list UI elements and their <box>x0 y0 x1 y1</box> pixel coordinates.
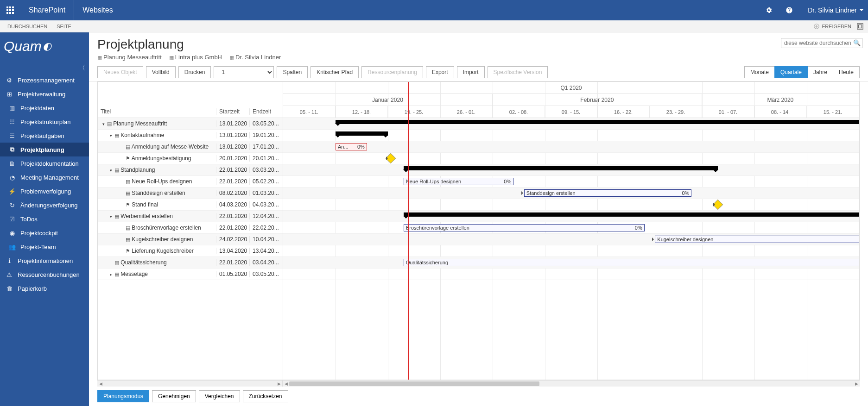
app-launcher-icon[interactable] <box>0 0 20 20</box>
share-button[interactable]: FREIGEBEN <box>810 23 855 30</box>
print-button[interactable]: Drucken <box>178 66 211 78</box>
user-menu[interactable]: Dr. Silvia Lindner <box>799 0 868 20</box>
task-title: Anmeldungsbestätigung <box>132 155 191 162</box>
dependency-arrow-icon <box>386 156 390 160</box>
scroll-right-icon[interactable]: ▶ <box>276 381 282 387</box>
table-row[interactable]: ▾▤ Werbemittel erstellen22.01.202012.04.… <box>98 211 283 222</box>
sidebar-collapse-icon[interactable]: 〈 <box>79 64 85 72</box>
gear-icon[interactable] <box>759 0 779 20</box>
crumb-project[interactable]: Planung Messeauftritt <box>97 54 162 61</box>
gantt-task-bar[interactable]: Qualitätssicherung <box>404 259 859 266</box>
table-row[interactable]: ▤ Broschürenvorlage erstellen22.01.20202… <box>98 222 283 234</box>
sidebar-item-prozessmanagement[interactable]: ⚙Prozessmanagement <box>0 73 89 87</box>
table-row[interactable]: ▤ Standdesign erstellen08.02.202001.03.2… <box>98 187 283 199</box>
scroll-right-icon[interactable]: ▶ <box>853 381 860 387</box>
compare-button[interactable]: Vergleichen <box>199 390 240 402</box>
resource-planning-button[interactable]: Ressourcenplanung <box>361 66 423 78</box>
gantt-summary-bar[interactable] <box>336 131 388 136</box>
table-row[interactable]: ▤ Kugelschreiber designen24.02.202010.04… <box>98 234 283 245</box>
chevron-down-icon[interactable]: ▾ <box>102 122 107 126</box>
zoom-select[interactable]: 1 <box>214 66 274 78</box>
export-button[interactable]: Export <box>426 66 454 78</box>
search-input[interactable] <box>781 38 862 48</box>
sidebar-item-projekt-team[interactable]: 👥Projekt-Team <box>0 240 89 254</box>
sidebar-item-projektinformationen[interactable]: ℹProjektinformationen <box>0 254 89 268</box>
task-title: Kontaktaufnahme <box>120 132 164 138</box>
gantt-task-bar[interactable]: Broschürenvorlage erstellen0% <box>404 224 645 231</box>
quarters-button[interactable]: Quartale <box>774 66 808 78</box>
chevron-right-icon[interactable]: ▸ <box>110 272 114 277</box>
gantt-task-bar[interactable]: An...0% <box>336 143 367 150</box>
dependency-arrow-icon <box>521 191 525 195</box>
nav-websites[interactable]: Websites <box>74 6 121 14</box>
focus-mode-icon[interactable] <box>855 23 865 30</box>
reset-button[interactable]: Zurücksetzen <box>243 390 288 402</box>
gantt-task-bar[interactable]: Neue Roll-Ups designen0% <box>404 178 513 185</box>
approve-button[interactable]: Genehmigen <box>152 390 196 402</box>
columns-button[interactable]: Spalten <box>277 66 308 78</box>
scroll-thumb[interactable] <box>289 381 539 386</box>
ribbon-tab-seite[interactable]: SEITE <box>52 24 76 29</box>
task-start: 13.04.2020 <box>216 248 249 254</box>
bar-label: Broschürenvorlage erstellen <box>406 225 469 231</box>
sidebar-item-projektstrukturplan[interactable]: ☷Projektstrukturplan <box>0 115 89 129</box>
search-icon[interactable]: 🔍 <box>853 39 861 46</box>
years-button[interactable]: Jahre <box>808 66 833 78</box>
col-title[interactable]: Titel <box>98 108 216 115</box>
chevron-down-icon[interactable]: ▾ <box>110 168 114 173</box>
scroll-left-icon[interactable]: ◀ <box>283 381 289 387</box>
specific-version-button[interactable]: Spezifische Version <box>488 66 548 78</box>
sidebar-item-problemverfolgung[interactable]: ⚡Problemverfolgung <box>0 184 89 198</box>
table-row[interactable]: ▸▤ Messetage01.05.202003.05.20... <box>98 269 283 280</box>
sidebar-item-meeting-management[interactable]: ◔Meeting Management <box>0 170 89 184</box>
ribbon-tab-durchsuchen[interactable]: DURCHSUCHEN <box>3 24 52 29</box>
sidebar-item-label: Projektdaten <box>20 105 54 112</box>
site-search: 🔍 <box>781 38 862 48</box>
table-row[interactable]: ▤ Anmeldung auf Messe-Website13.01.20201… <box>98 141 283 153</box>
sidebar-item-projektverwaltung[interactable]: ⊞Projektverwaltung <box>0 87 89 101</box>
chevron-down-icon[interactable]: ▾ <box>110 214 114 219</box>
sidebar-item--nderungsverfolgung[interactable]: ↻Änderungsverfolgung <box>0 198 89 212</box>
sidebar-item-projektaufgaben[interactable]: ☰Projektaufgaben <box>0 129 89 143</box>
today-button[interactable]: Heute <box>833 66 860 78</box>
help-icon[interactable] <box>779 0 799 20</box>
scroll-left-icon[interactable]: ◀ <box>97 381 104 387</box>
sidebar-item-projektcockpit[interactable]: ◉Projektcockpit <box>0 226 89 240</box>
gantt-summary-bar[interactable] <box>404 212 859 217</box>
timeline-week: 01. - 07. <box>702 106 754 118</box>
col-start[interactable]: Startzeit <box>216 108 249 115</box>
table-row[interactable]: ▾▤ Standplanung22.01.202003.03.20... <box>98 164 283 176</box>
gantt-summary-bar[interactable] <box>404 166 718 170</box>
sidebar-item-todos[interactable]: ☑ToDos <box>0 212 89 226</box>
sidebar-item-ressourcenbuchungen[interactable]: ⚠Ressourcenbuchungen <box>0 268 89 281</box>
sidebar-item-projektdokumentation[interactable]: 🗎Projektdokumentation <box>0 156 89 170</box>
table-row[interactable]: ⚑ Anmeldungsbestätigung20.01.202020.01.2… <box>98 153 283 164</box>
gantt-task-bar[interactable]: Standdesign erstellen0% <box>524 189 692 197</box>
table-row[interactable]: ⚑ Stand final04.03.202004.03.20... <box>98 199 283 211</box>
crumb-user[interactable]: Dr. Silvia Lindner <box>229 54 281 61</box>
bar-label: Neue Roll-Ups designen <box>406 179 461 184</box>
new-object-button[interactable]: Neues Objekt <box>97 66 143 78</box>
table-row[interactable]: ▾▤ Planung Messeauftritt13.01.202003.05.… <box>98 118 283 130</box>
table-row[interactable]: ▤ Qualitätssicherung22.01.202003.04.20..… <box>98 257 283 269</box>
months-button[interactable]: Monate <box>744 66 774 78</box>
table-row[interactable]: ⚑ Lieferung Kugelschreiber13.04.202013.0… <box>98 245 283 257</box>
critical-path-button[interactable]: Kritischer Pfad <box>310 66 359 78</box>
planning-mode-button[interactable]: Planungsmodus <box>97 390 149 402</box>
brand-label[interactable]: SharePoint <box>20 0 74 20</box>
sidebar-item-projektdaten[interactable]: ▥Projektdaten <box>0 101 89 115</box>
fullscreen-button[interactable]: Vollbild <box>146 66 176 78</box>
chevron-down-icon[interactable]: ▾ <box>110 133 114 138</box>
import-button[interactable]: Import <box>457 66 485 78</box>
crumb-company[interactable]: Lintra plus GmbH <box>169 54 222 61</box>
gantt-hscroll[interactable]: ◀ ▶ ◀ ▶ <box>97 380 860 387</box>
gantt-task-bar[interactable]: Kugelschreiber designen <box>655 236 859 243</box>
bar-percent: 0% <box>357 144 365 150</box>
col-end[interactable]: Endzeit <box>249 108 283 115</box>
sidebar-item-projektplanung[interactable]: ⧉Projektplanung <box>0 143 89 156</box>
gantt-row <box>283 199 859 211</box>
sidebar-item-papierkorb[interactable]: 🗑Papierkorb <box>0 281 89 295</box>
table-row[interactable]: ▾▤ Kontaktaufnahme13.01.202019.01.20... <box>98 130 283 141</box>
gantt-summary-bar[interactable] <box>336 120 859 124</box>
table-row[interactable]: ▤ Neue Roll-Ups designen22.01.202005.02.… <box>98 176 283 187</box>
